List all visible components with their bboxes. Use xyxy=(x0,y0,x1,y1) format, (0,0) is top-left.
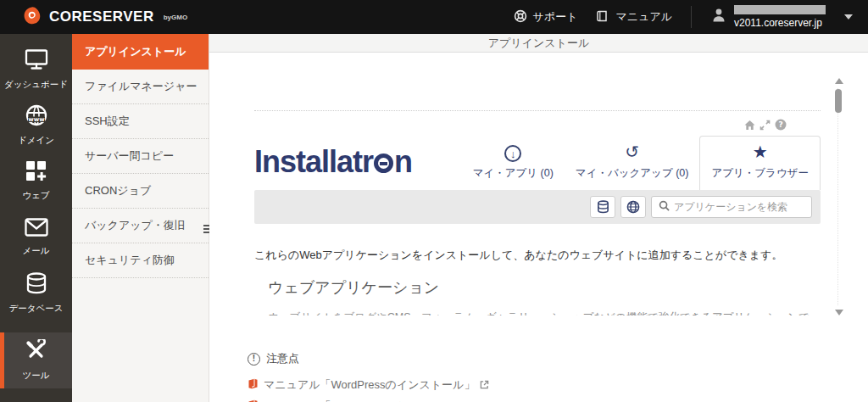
scroll-up-arrow[interactable] xyxy=(835,78,843,84)
dashboard-monitor-icon xyxy=(24,47,49,75)
sidebar-item-label: ダッシュボード xyxy=(4,79,68,91)
account-menu[interactable]: v2011.coreserver.jp xyxy=(710,5,853,29)
home-icon[interactable] xyxy=(744,120,755,131)
download-circle-icon: ↓ xyxy=(504,145,521,162)
submenu-item-file-manager[interactable]: ファイルマネージャー xyxy=(72,70,209,104)
main-content: アプリインストール ? xyxy=(209,34,868,402)
redacted-username xyxy=(734,5,826,14)
mail-envelope-icon xyxy=(24,217,49,241)
submenu-item-server-copy[interactable]: サーバー間コピー xyxy=(72,139,209,174)
chevron-down-icon xyxy=(844,14,853,20)
manual-link-second[interactable]: マニュアル「EC-CUBEのインストール」 xyxy=(248,399,868,402)
account-domain: v2011.coreserver.jp xyxy=(734,17,826,29)
svg-text:?: ? xyxy=(778,120,782,129)
fullscreen-icon[interactable] xyxy=(760,120,771,131)
scrollbar-thumb[interactable] xyxy=(835,89,842,113)
red-book-icon xyxy=(248,399,259,402)
crossed-tools-icon xyxy=(25,339,47,366)
manual-label: マニュアル xyxy=(615,9,672,25)
submenu-item-cron[interactable]: CRONジョブ xyxy=(72,174,209,209)
search-icon xyxy=(659,199,670,215)
database-cylinder-icon xyxy=(25,271,48,299)
sidebar-item-label: ウェブ xyxy=(22,190,49,202)
sidebar-item-label: ドメイン xyxy=(18,135,54,147)
installatron-widget: ? Installatrn ↓ マイ・アプリ (0) ↺ マイ・バックアップ (… xyxy=(254,110,821,315)
submenu-item-ssh[interactable]: SSH設定 xyxy=(72,104,209,139)
red-book-icon xyxy=(248,377,259,393)
sidebar-item-label: メール xyxy=(23,245,50,257)
language-globe-button[interactable] xyxy=(620,196,646,218)
tab-my-backups[interactable]: ↺ マイ・バックアップ (0) xyxy=(565,136,700,190)
star-icon: ★ xyxy=(753,143,768,162)
brand-suffix: byGMO xyxy=(164,14,187,21)
page-title: アプリインストール xyxy=(209,34,868,53)
sidebar-item-domain[interactable]: www ドメイン xyxy=(0,97,72,153)
manual-link-wordpress[interactable]: マニュアル「WordPressのインストール」 xyxy=(248,377,868,393)
installatron-intro-text: これらのWebアプリケーションをインストールして、あなたのウェブサイトに追加する… xyxy=(254,248,821,263)
sidebar-item-database[interactable]: データベース xyxy=(0,265,72,321)
database-filter-button[interactable] xyxy=(590,196,615,218)
submenu-item-backup[interactable]: バックアップ・復旧 xyxy=(72,209,209,243)
web-applications-heading: ウェブアプリケーション xyxy=(268,277,821,298)
app-browser-toolbar xyxy=(254,190,821,224)
sidebar-item-label: ツール xyxy=(23,370,50,382)
coreserver-brand[interactable]: CORESERVER byGMO xyxy=(22,6,187,29)
tools-submenu: アプリインストール ファイルマネージャー SSH設定 サーバー間コピー CRON… xyxy=(72,34,209,402)
sidebar-item-tools[interactable]: ツール xyxy=(0,332,72,388)
installatron-tabs: ↓ マイ・アプリ (0) ↺ マイ・バックアップ (0) ★ アプリ・ブラウザー xyxy=(462,136,821,190)
notes-section: ! 注意点 マニュアル「WordPressのインストール」 xyxy=(248,351,868,402)
user-icon xyxy=(710,7,727,27)
installatron-logo: Installatrn xyxy=(254,144,412,180)
support-label: サポート xyxy=(533,9,578,25)
tab-app-browser[interactable]: ★ アプリ・ブラウザー xyxy=(699,136,821,190)
scroll-down-arrow[interactable] xyxy=(835,310,843,315)
topbar: CORESERVER byGMO サポート マニュアル xyxy=(0,0,868,34)
web-grid-plus-icon xyxy=(25,159,47,186)
lifebuoy-icon xyxy=(514,9,527,25)
sidebar-item-mail[interactable]: メール xyxy=(0,209,72,265)
help-icon[interactable]: ? xyxy=(775,119,787,131)
svg-text:www: www xyxy=(28,116,45,123)
app-search-input[interactable] xyxy=(674,201,805,213)
globe-www-icon: www xyxy=(25,103,48,131)
icon-sidebar: ダッシュボード www ドメイン xyxy=(0,34,72,402)
book-icon xyxy=(596,9,609,25)
submenu-item-app-install[interactable]: アプリインストール xyxy=(72,34,209,70)
alert-icon: ! xyxy=(248,353,260,366)
iframe-scrollbar[interactable] xyxy=(834,78,843,315)
installatron-logo-o xyxy=(374,154,393,173)
external-link-icon xyxy=(480,377,489,393)
submenu-item-security[interactable]: セキュリティ防御 xyxy=(72,243,209,278)
scrollbar-track[interactable] xyxy=(837,88,839,305)
manual-menu[interactable]: マニュアル xyxy=(596,9,672,25)
support-menu[interactable]: サポート xyxy=(514,9,578,25)
tab-my-apps[interactable]: ↓ マイ・アプリ (0) xyxy=(462,136,565,190)
sidebar-item-label: データベース xyxy=(9,303,64,315)
sidebar-item-web[interactable]: ウェブ xyxy=(0,153,72,209)
history-clock-icon: ↺ xyxy=(625,143,639,162)
brand-name: CORESERVER xyxy=(49,8,154,25)
coreserver-logo-icon xyxy=(22,6,42,29)
notes-title: 注意点 xyxy=(266,351,299,366)
app-search-box xyxy=(651,196,812,218)
clipped-description-text: ウェブサイトをブログやCMS、フォーラム、ギャラリー、ショップなどの機能で強化で… xyxy=(268,310,821,315)
topbar-divider xyxy=(691,6,692,28)
sidebar-item-dashboard[interactable]: ダッシュボード xyxy=(0,41,72,97)
